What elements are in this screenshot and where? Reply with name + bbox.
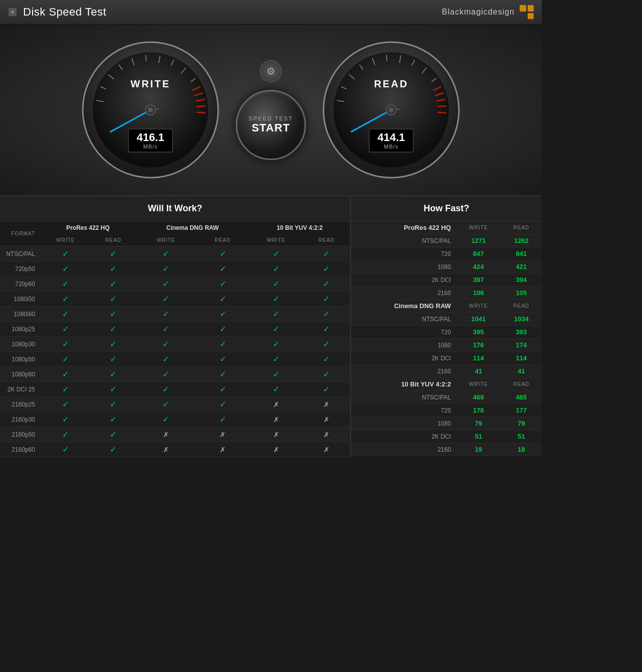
format-name: 1080i50 [0,292,40,307]
check-cell: ✓ [136,261,197,277]
hf-format: 2K DCI [351,352,456,365]
check-cell: ✓ [196,307,249,322]
check-cell: ✓ [303,292,350,307]
check-cell: ✓ [196,261,249,277]
hf-read: 841 [501,247,542,260]
list-item: 2160 106 105 [351,287,542,300]
read-col-label: READ [501,221,542,234]
format-col-header: FORMAT [0,221,40,246]
hf-read: 177 [501,404,542,417]
hf-format: 720 [351,326,456,339]
svg-text:WRITE: WRITE [130,78,170,89]
hf-format: 720 [351,404,456,417]
codec-label: ProRes 422 HQ [351,221,456,234]
hf-format: 1080 [351,260,456,274]
svg-point-20 [148,107,153,112]
check-cell: ✓ [136,412,197,427]
hf-read: 394 [501,274,542,287]
check-cell: ✓ [40,307,91,322]
cross-cell: ✗ [249,397,303,412]
table-row: NTSC/PAL✓✓✓✓✓✓ [0,246,350,261]
check-cell: ✓ [249,277,303,292]
check-cell: ✓ [196,367,249,382]
write-unit: MB/s [136,144,165,150]
check-cell: ✓ [40,427,91,442]
col-write-2: WRITE [136,234,197,246]
cross-cell: ✗ [196,427,249,442]
check-cell: ✓ [136,292,197,307]
codec-header-row: 10 Bit YUV 4:2:2 WRITE READ [351,378,542,391]
hf-write: 1271 [456,234,501,247]
check-cell: ✓ [136,367,197,382]
list-item: NTSC/PAL 469 465 [351,391,542,404]
svg-line-27 [437,106,446,106]
check-cell: ✓ [91,261,135,277]
codec-header-row: ProRes 422 HQ WRITE READ [351,221,542,234]
cross-cell: ✗ [136,442,197,457]
brand-icon [520,5,534,19]
read-col-label: READ [501,300,542,313]
list-item: 720 847 841 [351,247,542,260]
table-row: 1080i50✓✓✓✓✓✓ [0,292,350,307]
check-cell: ✓ [91,367,135,382]
check-cell: ✓ [249,246,303,261]
cross-cell: ✗ [196,442,249,457]
hf-format: 1080 [351,417,456,430]
check-cell: ✓ [196,352,249,367]
check-cell: ✓ [303,246,350,261]
format-name: 720p50 [0,261,40,277]
svg-line-6 [197,112,206,113]
table-row: 2160p50✓✓✗✗✗✗ [0,427,350,442]
list-item: 2160 19 18 [351,443,542,456]
check-cell: ✓ [91,382,135,397]
check-cell: ✓ [40,337,91,352]
check-cell: ✓ [303,352,350,367]
check-cell: ✓ [249,261,303,277]
list-item: 1080 176 174 [351,339,542,352]
check-cell: ✓ [136,397,197,412]
hf-write: 79 [456,417,501,430]
check-cell: ✓ [196,382,249,397]
check-cell: ✓ [303,261,350,277]
check-cell: ✓ [196,397,249,412]
hf-write: 847 [456,247,501,260]
hf-read: 18 [501,443,542,456]
codec-header-cinema: Cinema DNG RAW [136,221,250,234]
check-cell: ✓ [91,352,135,367]
format-name: 1080p50 [0,352,40,367]
format-name: 2160p60 [0,442,40,457]
format-name: 1080p60 [0,367,40,382]
hf-format: 2160 [351,287,456,300]
settings-button[interactable]: ⚙ [260,60,282,82]
check-cell: ✓ [196,246,249,261]
format-name: NTSC/PAL [0,246,40,261]
check-cell: ✓ [196,337,249,352]
hf-read: 174 [501,339,542,352]
table-row: 1080p60✓✓✓✓✓✓ [0,367,350,382]
check-cell: ✓ [196,292,249,307]
read-display: 414.1 MB/s [369,128,414,153]
hf-write: 41 [456,365,501,378]
table-row: 1080p25✓✓✓✓✓✓ [0,322,350,337]
check-cell: ✓ [303,337,350,352]
col-write-1: WRITE [40,234,91,246]
hf-read: 1034 [501,313,542,326]
check-cell: ✓ [136,322,197,337]
hf-format: 2K DCI [351,430,456,443]
how-fast-table: ProRes 422 HQ WRITE READ NTSC/PAL 1271 1… [351,221,542,456]
cross-cell: ✗ [303,442,350,457]
start-button[interactable]: SPEED TEST START [236,90,306,160]
check-cell: ✓ [303,307,350,322]
svg-line-12 [145,55,146,61]
table-row: 720p60✓✓✓✓✓✓ [0,277,350,292]
table-row: 1080p30✓✓✓✓✓✓ [0,337,350,352]
hf-format: NTSC/PAL [351,234,456,247]
close-button[interactable]: × [8,8,17,17]
gauge-section: WRITE 416.1 MB/s ⚙ SPEED TEST START [0,25,542,195]
list-item: 1080 424 421 [351,260,542,274]
hf-write: 106 [456,287,501,300]
svg-line-34 [386,55,387,61]
check-cell: ✓ [136,382,197,397]
check-cell: ✓ [40,397,91,412]
check-cell: ✓ [249,307,303,322]
